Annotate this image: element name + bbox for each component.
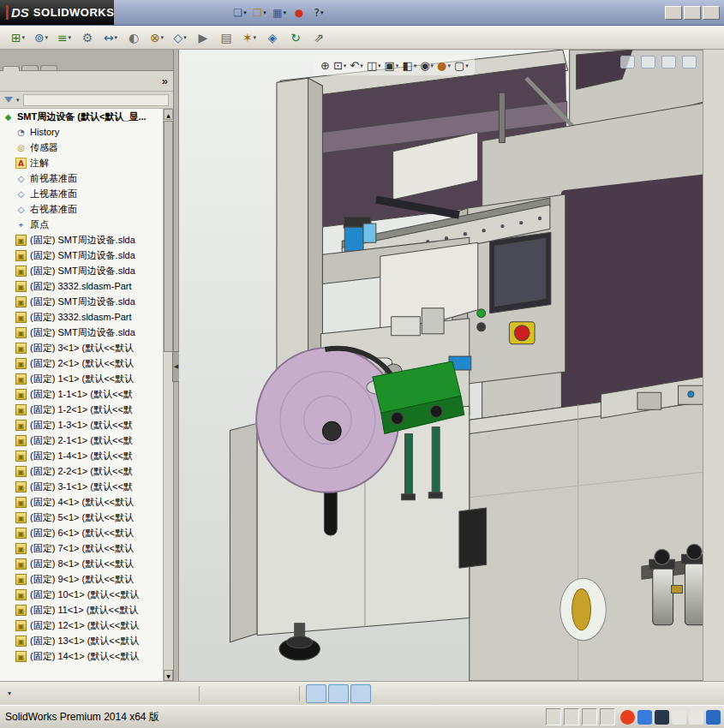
tree-item-component[interactable]: ▣ (固定) 3332.sldasm-Part xyxy=(0,309,163,325)
filter-dropdown-icon[interactable]: ▾ xyxy=(16,97,20,104)
tree-item-component[interactable]: ▣ (固定) 2-1<1> (默认<<默 xyxy=(0,433,163,448)
doc-restore-button[interactable] xyxy=(641,56,655,69)
tree-item-front-plane[interactable]: ◇ 前视基准面 xyxy=(0,170,163,186)
tree-item-component[interactable]: ▣ (固定) 2-2<1> (默认<<默 xyxy=(0,463,163,479)
update-icon[interactable]: ↻▾ xyxy=(284,27,307,48)
label-reel-disc[interactable] xyxy=(256,348,398,492)
green-indicator[interactable] xyxy=(477,309,486,318)
tree-item-component[interactable]: ▣ (固定) 3<1> (默认<<默认 xyxy=(0,340,163,355)
trim-icon[interactable] xyxy=(83,684,104,703)
tree-item-component[interactable]: ▣ (固定) 4<1> (默认<<默认 xyxy=(0,494,163,510)
instant3d-icon[interactable]: ◈▾ xyxy=(261,27,284,48)
dropdown-arrow-icon[interactable]: ▾ xyxy=(414,63,417,69)
rectangle-icon[interactable] xyxy=(128,684,148,703)
tree-item-component[interactable]: ▣ (固定) 5<1> (默认<<默认 xyxy=(0,510,163,525)
sketch-icon[interactable] xyxy=(16,684,37,703)
zoom-area-icon[interactable]: ⊡▾ xyxy=(333,59,346,72)
viewport-two-icon[interactable] xyxy=(328,684,349,703)
graphics-viewport[interactable]: ⊕▾ ⊡▾ ↶▾ ◫▾ ▣▾ ◧▾ ◉▾ ●▾ ▢▾ xyxy=(179,50,724,681)
new-document-icon[interactable]: ❏▾ xyxy=(230,3,249,22)
viewport-four-icon[interactable] xyxy=(350,684,371,703)
tree-item-component[interactable]: ▣ (固定) 2<1> (默认<<默认 xyxy=(0,355,163,371)
display-style-icon[interactable]: ◧▾ xyxy=(402,59,416,72)
tree-item-component[interactable]: ▣ (固定) 9<1> (默认<<默认 xyxy=(0,571,163,587)
assembly-features-icon[interactable]: ⊗▾ xyxy=(146,27,168,48)
tree-item-sensors[interactable]: ◎ 传感器 xyxy=(0,140,163,155)
tree-item-component[interactable]: ▣ (固定) 11<1> (默认<<默认 xyxy=(0,602,163,618)
tree-item-component[interactable]: ▣ (固定) 13<1> (默认<<默认 xyxy=(0,633,163,648)
doc-minimize-button[interactable] xyxy=(661,56,676,69)
doc-close-button[interactable] xyxy=(682,56,697,69)
viewport-single-icon[interactable] xyxy=(306,684,326,703)
line-icon[interactable] xyxy=(39,684,59,703)
dropdown-arrow-icon[interactable]: ▾ xyxy=(360,63,363,69)
save-icon[interactable]: ▦▾ xyxy=(270,3,289,22)
tab-layout[interactable] xyxy=(21,65,39,70)
ime-lang-icon[interactable] xyxy=(637,710,652,725)
scroll-down-icon[interactable]: ▼ xyxy=(164,670,173,681)
ime-grid-icon[interactable] xyxy=(706,710,721,725)
scrollbar-thumb[interactable] xyxy=(164,121,173,352)
linear-pattern-icon[interactable]: ≡▾ xyxy=(53,27,75,48)
dropdown-arrow-icon[interactable]: ▾ xyxy=(243,9,247,16)
tree-item-component[interactable]: ▣ (固定) SMT周边设备.slda xyxy=(0,325,163,340)
hide-show-icon[interactable]: ◉▾ xyxy=(420,59,434,72)
move-component-icon[interactable]: ↔▾ xyxy=(99,27,122,48)
filter-input[interactable] xyxy=(23,94,169,106)
previous-view-icon[interactable]: ↶▾ xyxy=(350,59,362,72)
tree-item-component[interactable]: ▣ (固定) 1<1> (默认<<默认 xyxy=(0,371,163,386)
tab-assembly[interactable] xyxy=(3,66,20,71)
sogou-icon[interactable] xyxy=(620,710,635,725)
show-hidden-icon[interactable]: ◐▾ xyxy=(123,27,145,48)
circle-icon[interactable] xyxy=(61,684,81,703)
emergency-stop-button[interactable] xyxy=(514,325,530,341)
tree-item-annotations[interactable]: A 注解 xyxy=(0,155,163,170)
dropdown-arrow-icon[interactable]: ▾ xyxy=(447,63,451,69)
dropdown-arrow-icon[interactable]: ▾ xyxy=(69,34,72,41)
tree-item-component[interactable]: ▣ (固定) 1-4<1> (默认<<默 xyxy=(0,448,163,463)
ime-pen-icon[interactable] xyxy=(672,710,686,725)
dropdown-arrow-icon[interactable]: ▾ xyxy=(378,63,381,69)
tree-item-component[interactable]: ▣ (固定) 14<1> (默认<<默认 xyxy=(0,648,163,664)
tree-item-component[interactable]: ▣ (固定) 3332.sldasm-Part xyxy=(0,278,163,294)
status-light-icon[interactable]: ●▾ xyxy=(290,3,308,22)
scroll-up-icon[interactable]: ▲ xyxy=(164,109,173,120)
tree-item-component[interactable]: ▣ (固定) 8<1> (默认<<默认 xyxy=(0,556,163,571)
dropdown-arrow-icon[interactable]: ▾ xyxy=(283,9,286,16)
reference-geometry-icon[interactable]: ◇▾ xyxy=(169,27,191,48)
dropdown-arrow-icon[interactable]: ▾ xyxy=(396,63,399,69)
dropdown-arrow-icon[interactable]: ▾ xyxy=(320,9,324,16)
close-button[interactable] xyxy=(703,6,720,20)
dropdown-arrow-icon[interactable]: ▾ xyxy=(263,9,266,16)
tree-item-top-plane[interactable]: ◇ 上视基准面 xyxy=(0,186,163,201)
exploded-view-icon[interactable]: ✶▾ xyxy=(238,27,260,48)
dropdown-arrow-icon[interactable]: ▾ xyxy=(254,34,257,41)
bom-icon[interactable]: ▤▾ xyxy=(215,27,237,48)
tree-item-origin[interactable]: ⌖ 原点 xyxy=(0,217,163,232)
tree-item-component[interactable]: ▣ (固定) SMT周边设备.slda xyxy=(0,232,163,248)
tree-item-component[interactable]: ▣ (固定) SMT周边设备.slda xyxy=(0,248,163,263)
smart-fasteners-icon[interactable]: ⚙▾ xyxy=(76,27,99,48)
ime-keyboard-icon[interactable] xyxy=(689,710,703,725)
panel-overflow-chevron[interactable]: » xyxy=(162,75,168,87)
motion-study-icon[interactable]: ▶▾ xyxy=(192,27,214,48)
tree-item-component[interactable]: ▣ (固定) 7<1> (默认<<默认 xyxy=(0,540,163,556)
dropdown-arrow-icon[interactable]: ▾ xyxy=(22,34,26,41)
tree-item-component[interactable]: ▣ (固定) 1-3<1> (默认<<默 xyxy=(0,417,163,433)
tree-item-component[interactable]: ▣ (固定) 10<1> (默认<<默认 xyxy=(0,587,163,602)
open-icon[interactable]: ❒▾ xyxy=(250,3,269,22)
model-3d[interactable] xyxy=(179,50,724,681)
help-icon[interactable]: ?▾ xyxy=(309,3,328,22)
tab-sketch[interactable] xyxy=(40,65,57,70)
ime-moon-icon[interactable] xyxy=(655,710,669,725)
text-icon[interactable] xyxy=(150,684,171,703)
dropdown-arrow-icon[interactable]: ▾ xyxy=(115,34,118,41)
tree-item-component[interactable]: ▣ (固定) 6<1> (默认<<默认 xyxy=(0,525,163,540)
tree-item-root[interactable]: ◆ SMT周边设备 (默认<默认_显... xyxy=(0,109,163,124)
mirror-icon[interactable] xyxy=(272,684,293,703)
doc-tile-button[interactable] xyxy=(620,56,635,69)
scene-icon[interactable]: ▢▾ xyxy=(454,59,469,72)
tree-scrollbar[interactable]: ▲ ▼ xyxy=(163,109,173,681)
dropdown-arrow-icon[interactable]: ▾ xyxy=(465,63,469,69)
appearance-icon[interactable]: ●▾ xyxy=(437,59,451,72)
